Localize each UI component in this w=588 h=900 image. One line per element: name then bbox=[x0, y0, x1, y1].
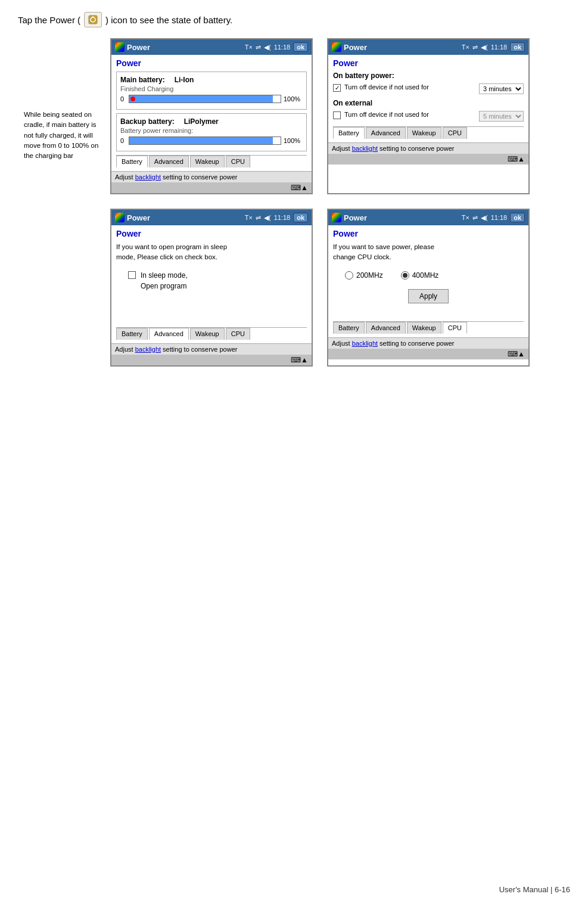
tab-cpu-1[interactable]: CPU bbox=[226, 156, 250, 167]
external-minutes-dropdown[interactable]: 5 minutes 1 minute 2 minutes 3 minutes N… bbox=[479, 111, 524, 122]
external-option-row: Turn off device if not used for 5 minute… bbox=[333, 111, 524, 122]
status-sound-icon-2: ◀( bbox=[481, 44, 488, 51]
keyboard-icon-4: ⌨▲ bbox=[508, 350, 525, 358]
intro-line: Tap the Power ( ) icon to see the state … bbox=[18, 12, 570, 27]
tab-advanced-4[interactable]: Advanced bbox=[366, 322, 406, 334]
screen4-bottom-bar: ⌨▲ bbox=[328, 349, 528, 359]
status-sound-icon: ◀( bbox=[264, 44, 271, 51]
screen2-footer: Adjust backlight setting to conserve pow… bbox=[328, 142, 528, 154]
screen3-heading: Power bbox=[116, 229, 307, 238]
titlebar-left-4: Power bbox=[332, 213, 367, 222]
screen3-footer: Adjust backlight setting to conserve pow… bbox=[111, 343, 312, 355]
windows-logo-icon bbox=[115, 42, 125, 52]
titlebar-2: Power T× ⇌ ◀( 11:18 ok bbox=[328, 39, 528, 55]
apply-button[interactable]: Apply bbox=[408, 289, 449, 303]
tab-battery-2[interactable]: Battery bbox=[333, 127, 365, 139]
sleep-mode-row: In sleep mode, Open program bbox=[128, 270, 307, 291]
screen-on-battery-power: Power T× ⇌ ◀( 11:18 ok Power On battery … bbox=[327, 38, 530, 194]
on-external-title: On external bbox=[333, 99, 524, 107]
backlight-link-3[interactable]: backlight bbox=[135, 346, 161, 353]
tab-wakeup-3[interactable]: Wakeup bbox=[190, 328, 225, 340]
tab-wakeup-1[interactable]: Wakeup bbox=[190, 156, 225, 167]
tab-wakeup-2[interactable]: Wakeup bbox=[407, 127, 441, 139]
tab-bar-1: Battery Advanced Wakeup CPU bbox=[116, 155, 307, 167]
battery-option-label: Turn off device if not used for bbox=[344, 83, 475, 91]
main-battery-min: 0 bbox=[120, 95, 126, 103]
screen1-bottom-bar: ⌨▲ bbox=[111, 182, 312, 193]
tab-advanced-3[interactable]: Advanced bbox=[149, 328, 189, 340]
main-battery-label: Main battery: bbox=[120, 76, 165, 84]
backup-battery-bar bbox=[129, 136, 281, 145]
tab-advanced-1[interactable]: Advanced bbox=[149, 156, 189, 167]
backup-battery-section: Backup battery: LiPolymer Battery power … bbox=[116, 113, 307, 151]
battery-minutes-dropdown[interactable]: 3 minutes 1 minute 2 minutes 5 minutes N… bbox=[479, 83, 524, 94]
ok-button-1[interactable]: ok bbox=[293, 42, 308, 52]
backup-remaining-text: Battery power remaining: bbox=[120, 127, 303, 134]
titlebar-time-4: 11:18 bbox=[491, 214, 508, 221]
tab-advanced-2[interactable]: Advanced bbox=[366, 127, 406, 139]
sleep-mode-checkbox[interactable] bbox=[128, 271, 136, 279]
status-tx-icon: T× bbox=[245, 44, 253, 51]
screen2-heading: Power bbox=[333, 58, 524, 68]
status-tx-icon-3: T× bbox=[245, 214, 253, 221]
titlebar-right-3: T× ⇌ ◀( 11:18 ok bbox=[245, 213, 308, 222]
external-option-checkbox[interactable] bbox=[333, 111, 341, 119]
backup-battery-max: 100% bbox=[284, 137, 303, 144]
power-svg-icon bbox=[88, 14, 98, 25]
tab-cpu-2[interactable]: CPU bbox=[443, 127, 467, 139]
radio-circle-400[interactable] bbox=[401, 271, 409, 280]
main-battery-max: 100% bbox=[284, 95, 303, 103]
backlight-link-4[interactable]: backlight bbox=[352, 340, 378, 347]
screen1-body: Power Main battery: Li-Ion Finished Char… bbox=[111, 55, 312, 171]
tab-battery-3[interactable]: Battery bbox=[116, 328, 148, 340]
titlebar-1: Power T× ⇌ ◀( 11:18 ok bbox=[111, 39, 312, 55]
power-icon-placeholder bbox=[84, 12, 102, 27]
main-battery-type: Li-Ion bbox=[175, 76, 194, 84]
status-signal-icon-4: ⇌ bbox=[472, 214, 478, 222]
tab-wakeup-4[interactable]: Wakeup bbox=[407, 322, 441, 334]
battery-option-row: Turn off device if not used for 3 minute… bbox=[333, 83, 524, 94]
ok-button-3[interactable]: ok bbox=[293, 213, 308, 222]
main-battery-section: Main battery: Li-Ion Finished Charging 0… bbox=[116, 72, 307, 110]
radio-200mhz[interactable]: 200MHz bbox=[345, 271, 383, 280]
titlebar-right-4: T× ⇌ ◀( 11:18 ok bbox=[462, 213, 525, 222]
keyboard-icon-2: ⌨▲ bbox=[508, 155, 525, 163]
tab-cpu-3[interactable]: CPU bbox=[226, 328, 250, 340]
backlight-link-2[interactable]: backlight bbox=[352, 145, 378, 152]
status-signal-icon-2: ⇌ bbox=[472, 44, 478, 51]
backup-battery-type: LiPolymer bbox=[184, 117, 219, 126]
screenshot-row-1: Power T× ⇌ ◀( 11:18 ok Power bbox=[110, 38, 570, 194]
screen4-body: Power If you want to save power, please … bbox=[328, 225, 528, 337]
battery-option-checkbox[interactable] bbox=[333, 84, 341, 92]
titlebar-left-3: Power bbox=[115, 213, 150, 222]
radio-circle-200[interactable] bbox=[345, 271, 353, 280]
ok-button-2[interactable]: ok bbox=[510, 42, 525, 52]
tab-bar-4: Battery Advanced Wakeup CPU bbox=[333, 321, 524, 334]
radio-200-label: 200MHz bbox=[356, 271, 383, 280]
titlebar-right-2: T× ⇌ ◀( 11:18 ok bbox=[462, 42, 525, 52]
backlight-link-1[interactable]: backlight bbox=[135, 173, 161, 181]
cpu-radio-row: 200MHz 400MHz bbox=[345, 271, 524, 280]
screen1-footer: Adjust backlight setting to conserve pow… bbox=[111, 171, 312, 182]
on-battery-title: On battery power: bbox=[333, 72, 524, 80]
screen2-body: Power On battery power: Turn off device … bbox=[328, 55, 528, 142]
tab-bar-3: Battery Advanced Wakeup CPU bbox=[116, 327, 307, 340]
titlebar-time-2: 11:18 bbox=[491, 44, 508, 51]
tab-battery-1[interactable]: Battery bbox=[116, 156, 148, 167]
tab-battery-4[interactable]: Battery bbox=[333, 322, 365, 334]
status-tx-icon-2: T× bbox=[462, 44, 469, 51]
windows-logo-icon-4 bbox=[332, 213, 341, 222]
titlebar-time-1: 11:18 bbox=[274, 44, 291, 51]
radio-400-label: 400MHz bbox=[412, 271, 439, 280]
ok-button-4[interactable]: ok bbox=[510, 213, 525, 222]
backup-battery-min: 0 bbox=[120, 137, 126, 144]
screen3-bottom-bar: ⌨▲ bbox=[111, 355, 312, 365]
screen4-footer: Adjust backlight setting to conserve pow… bbox=[328, 337, 528, 349]
intro-text-before: Tap the Power ( bbox=[18, 15, 80, 25]
titlebar-title-1: Power bbox=[127, 43, 150, 52]
windows-logo-icon-2 bbox=[332, 42, 341, 52]
status-signal-icon-3: ⇌ bbox=[256, 214, 261, 222]
titlebar-title-2: Power bbox=[344, 43, 367, 52]
tab-cpu-4[interactable]: CPU bbox=[443, 322, 467, 334]
radio-400mhz[interactable]: 400MHz bbox=[401, 271, 439, 280]
